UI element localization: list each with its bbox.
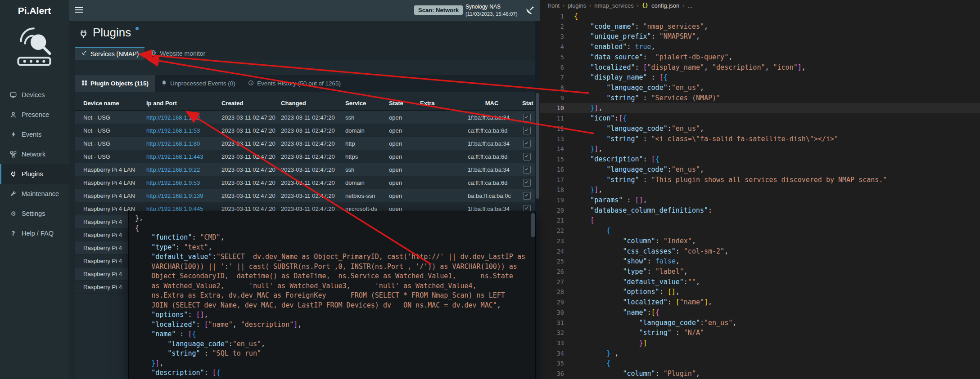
app-logo[interactable]: Pi.Alert (0, 0, 69, 21)
breadcrumb-item-config-json[interactable]: config.json (651, 2, 679, 9)
code-line: 20 "database_column_definitions": (540, 205, 980, 216)
status-cell: ✓ (519, 124, 535, 137)
code-line: 5 "data_source": "pialert-db-query", (540, 52, 980, 62)
status-checkbox[interactable]: ✓ (523, 166, 531, 174)
info-badge[interactable] (135, 27, 139, 30)
line-number: 13 (540, 134, 564, 144)
sidebar-item-devices[interactable]: Devices (0, 85, 69, 105)
service-cell: ssh (342, 163, 385, 176)
breadcrumb-item-plugins[interactable]: plugins (568, 2, 586, 9)
status-checkbox[interactable]: ✓ (523, 114, 531, 121)
col-service-header[interactable]: Service (342, 96, 385, 110)
ip-port-cell: http://192.168.1.1:443 (143, 150, 218, 163)
code-text: [ (564, 215, 594, 226)
code-line: 32 "string" : "N/A" (540, 328, 980, 338)
code-text: "options": [], (564, 287, 680, 297)
col-extra-header[interactable]: Extra (416, 96, 461, 110)
subtab-label: Unprocessed Events (0) (170, 80, 235, 87)
col-created-header[interactable]: Created (218, 96, 277, 110)
col-state-header[interactable]: State (385, 96, 416, 110)
ip-port-cell: http://192.168.1.1:22 (143, 111, 218, 124)
ip-port-link[interactable]: http://192.168.1.9:53 (146, 179, 200, 186)
ip-port-link[interactable]: http://192.168.1.9:22 (146, 166, 200, 173)
col-mac-header[interactable]: MAC (461, 96, 519, 110)
breadcrumb-separator: › (563, 2, 565, 9)
subtab-events-history[interactable]: Events History (50 out of 1265) (242, 75, 347, 92)
line-number: 9 (540, 93, 564, 103)
status-checkbox[interactable]: ✓ (523, 192, 531, 200)
extra-cell (416, 137, 461, 150)
mac-cell: ba:ba:ff:ca:ba:0c (461, 189, 519, 202)
col-status-header[interactable]: Stat (519, 96, 535, 110)
table-row: Net - USGhttp://192.168.1.1:4432023-03-1… (75, 150, 535, 163)
line-number: 27 (540, 277, 564, 287)
code-line: "type": "text", (129, 243, 535, 253)
line-number: 35 (540, 358, 564, 369)
tab-label: Website monitor (160, 50, 205, 57)
service-cell: https (342, 150, 385, 163)
sidebar-item-network[interactable]: Network (0, 144, 69, 164)
code-line: "name" : [{ (129, 330, 535, 339)
vscode-editor: front› plugins› nmap_services› {} config… (540, 0, 980, 379)
ip-port-link[interactable]: http://192.168.1.1:53 (146, 127, 200, 134)
code-line: 17 "string" : "This plugin shows all ser… (540, 175, 980, 185)
code-line: 6 "localized": ["display_name", "descrip… (540, 62, 980, 73)
subtab-label: Events History (50 out of 1265) (257, 80, 341, 87)
tab-services-nmap[interactable]: Services (NMAP) (75, 47, 145, 60)
line-number: 31 (540, 318, 564, 328)
breadcrumb-item-nmap-services[interactable]: nmap_services (594, 2, 633, 9)
sidebar-item-label: Presence (22, 111, 49, 118)
code-text: "default_value":"", (564, 277, 700, 287)
extra-cell (416, 163, 461, 176)
status-checkbox[interactable]: ✓ (523, 179, 531, 187)
line-number: 12 (540, 124, 564, 134)
header-satellite-icon[interactable] (525, 5, 535, 15)
code-line: 27 "default_value":"", (540, 277, 980, 287)
sidebar-item-label: Devices (22, 91, 45, 98)
sidebar-item-maintenance[interactable]: Maintenance (0, 184, 69, 204)
col-ip-port-header[interactable]: Ip and Port (143, 96, 218, 110)
code-text: "column": "Plugin", (564, 369, 700, 379)
tab-website-monitor[interactable]: Website monitor (145, 47, 211, 60)
sidebar-menu: Devices Presence Events Network Plugins … (0, 85, 69, 243)
status-checkbox[interactable]: ✓ (523, 153, 531, 161)
code-line: 23 "column": "Index", (540, 236, 980, 246)
sidebar-toggle-button[interactable] (75, 7, 83, 14)
code-line: 31 "language_code":"en_us", (540, 318, 980, 328)
overlay-scrollbar-thumb[interactable] (531, 213, 535, 237)
code-text: "string" : "Services (NMAP)" (564, 93, 720, 103)
sidebar-item-events[interactable]: Events (0, 125, 69, 144)
col-device-name-header[interactable]: Device name (75, 96, 143, 110)
status-checkbox[interactable]: ✓ (523, 127, 531, 134)
changed-cell: 2023-03-11 02:47:20 (277, 150, 342, 163)
subtab-plugin-objects[interactable]: Plugin Objects (115) (75, 75, 155, 92)
table-row: Raspberry Pi 4 LANhttp://192.168.1.9:139… (75, 189, 535, 202)
overlay-code: },{ "function": "CMD", "type": "text", "… (129, 214, 535, 378)
editor-code: 1{2 "code_name": "nmap_services",3 "uniq… (540, 11, 980, 379)
code-line: 15 "description": [{ (540, 154, 980, 165)
breadcrumb-item-ellipsis[interactable]: ... (687, 2, 692, 9)
col-changed-header[interactable]: Changed (277, 96, 342, 110)
sidebar-item-presence[interactable]: Presence (0, 105, 69, 125)
code-text: "localized": ["name"], (564, 297, 712, 308)
code-line: 2 "code_name": "nmap_services", (540, 22, 980, 32)
app-scrollbar-thumb[interactable] (536, 93, 539, 199)
status-cell: ✓ (519, 111, 535, 124)
ip-port-link[interactable]: http://192.168.1.1:443 (146, 153, 203, 160)
ip-port-link[interactable]: http://192.168.1.1:22 (146, 114, 200, 121)
code-text: JOIN (SELECT dev_Name, dev_MAC, dev_Last… (129, 301, 501, 311)
code-line: 19 "params" : [], (540, 195, 980, 205)
sidebar-item-settings[interactable]: ⚙ Settings (0, 204, 69, 223)
status-checkbox[interactable]: ✓ (523, 140, 531, 147)
code-text: "display_name" : [{ (564, 72, 668, 83)
ip-port-link[interactable]: http://192.168.1.9:139 (146, 192, 203, 199)
ip-port-link[interactable]: http://192.168.1.1:80 (146, 140, 200, 147)
code-line: 18 }], (540, 185, 980, 195)
code-line: Object_SecondaryID, datetime() as DateTi… (129, 272, 535, 281)
line-number: 22 (540, 226, 564, 236)
sidebar-item-help[interactable]: ? Help / FAQ (0, 223, 69, 243)
code-line: 14 }], (540, 144, 980, 154)
sidebar-item-plugins[interactable]: Plugins (0, 164, 69, 184)
breadcrumb-item-front[interactable]: front (548, 2, 560, 9)
subtab-unprocessed-events[interactable]: Unprocessed Events (0) (155, 75, 242, 92)
